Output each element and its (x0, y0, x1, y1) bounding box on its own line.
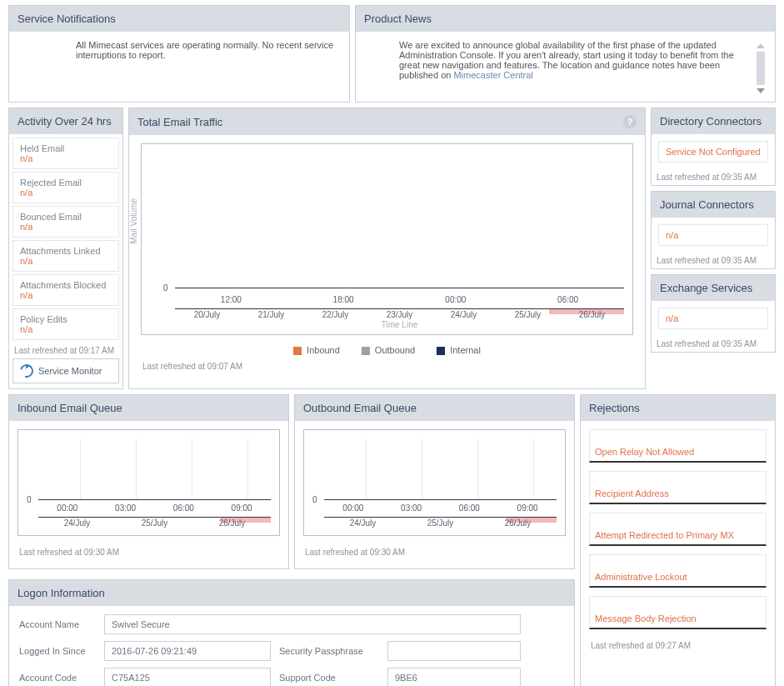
journal-value[interactable]: n/a (658, 224, 768, 246)
outbound-queue-chart: 0 00:00 03:00 06:00 09:00 (303, 429, 566, 536)
support-code-field[interactable]: 9BE6 (387, 668, 521, 686)
outbound-queue-header: Outbound Email Queue (295, 395, 574, 421)
rejection-item[interactable]: Attempt Redirected to Primary MX (589, 513, 767, 546)
scroll-down-icon[interactable] (757, 88, 765, 93)
logon-header: Logon Information (9, 580, 574, 606)
account-name-label: Account Name (19, 619, 96, 629)
activity-item[interactable]: Attachments Linkedn/a (12, 240, 119, 272)
activity-item[interactable]: Held Emailn/a (12, 138, 119, 169)
account-code-field[interactable]: C75A125 (104, 668, 271, 686)
traffic-header: Total Email Traffic ? (129, 108, 645, 135)
scrollbar-thumb[interactable] (757, 52, 765, 85)
account-code-label: Account Code (19, 673, 96, 683)
inbound-queue-refresh: Last refreshed at 09:30 AM (17, 544, 280, 560)
rejection-item[interactable]: Open Relay Not Allowed (589, 429, 767, 463)
help-icon[interactable]: ? (623, 115, 637, 128)
refresh-icon (17, 362, 36, 380)
scroll-up-icon[interactable] (757, 43, 765, 48)
exchange-refresh: Last refreshed at 09:35 AM (652, 336, 775, 352)
exchange-header: Exchange Services (652, 275, 775, 301)
traffic-refresh: Last refreshed at 09:07 AM (141, 358, 633, 374)
support-code-label: Support Code (279, 673, 379, 683)
security-label: Security Passphrase (279, 646, 379, 656)
activity-item[interactable]: Attachments Blockedn/a (12, 274, 119, 306)
mimecaster-central-link[interactable]: Mimecaster Central (453, 70, 532, 80)
activity-item[interactable]: Policy Editsn/a (12, 308, 119, 340)
logged-in-label: Logged In Since (19, 646, 96, 656)
directory-refresh: Last refreshed at 09:35 AM (652, 169, 775, 185)
traffic-legend: Inbound Outbound Internal (141, 342, 633, 358)
rejections-refresh: Last refreshed at 09:27 AM (589, 638, 767, 653)
inbound-queue-chart: 0 00:00 03:00 06:00 09:00 (17, 429, 280, 536)
activity-item[interactable]: Rejected Emailn/a (12, 172, 119, 203)
logged-in-field[interactable]: 2016-07-26 09:21:49 (104, 641, 271, 661)
activity-refresh: Last refreshed at 09:17 AM (12, 343, 119, 358)
journal-header: Journal Connectors (652, 192, 775, 218)
directory-value[interactable]: Service Not Configured (658, 141, 768, 163)
product-news-header: Product News (356, 6, 775, 32)
rejection-item[interactable]: Message Body Rejection (589, 596, 767, 629)
security-field[interactable] (387, 641, 521, 661)
outbound-queue-refresh: Last refreshed at 09:30 AM (303, 544, 566, 560)
inbound-queue-header: Inbound Email Queue (9, 395, 288, 421)
directory-header: Directory Connectors (652, 108, 775, 134)
service-notifications-header: Service Notifications (9, 6, 349, 32)
product-news-text: We are excited to announce global availa… (366, 40, 748, 93)
rejection-item[interactable]: Recipient Address (589, 471, 767, 504)
service-monitor-button[interactable]: Service Monitor (12, 358, 119, 383)
activity-item[interactable]: Bounced Emailn/a (12, 206, 119, 238)
rejections-header: Rejections (581, 395, 775, 421)
traffic-chart: Mail Volume 0 12:00 18:00 00:00 06:00 20… (141, 143, 633, 335)
service-notifications-text: All Mimecast services are operating norm… (9, 32, 349, 68)
exchange-value[interactable]: n/a (658, 308, 768, 329)
account-name-field[interactable]: Swivel Secure (104, 614, 521, 634)
activity-header: Activity Over 24 hrs (9, 108, 122, 134)
rejection-item[interactable]: Administrative Lockout (589, 554, 767, 588)
journal-refresh: Last refreshed at 09:35 AM (652, 253, 775, 268)
